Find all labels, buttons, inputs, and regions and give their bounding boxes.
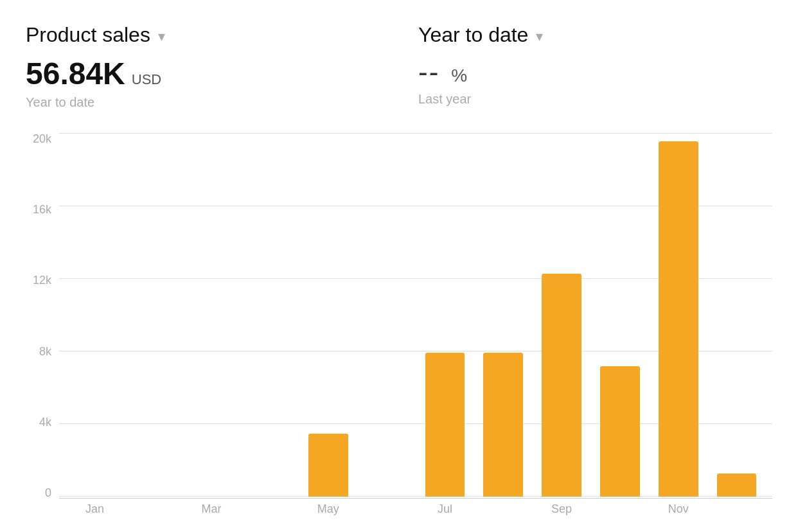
x-axis-label: Jul	[438, 502, 452, 516]
y-axis-label: 12k	[26, 274, 51, 286]
metric-value-row: 56.84K USD	[26, 56, 380, 91]
x-label-slot: May	[299, 502, 357, 516]
bar-slot	[124, 133, 182, 497]
metric-unit: USD	[132, 71, 161, 88]
bar-slot	[474, 133, 533, 497]
period-label: Year to date	[418, 23, 528, 47]
x-label-slot: Jul	[416, 502, 474, 516]
comparison-value-row: -- %	[418, 56, 772, 88]
x-axis-label: Mar	[202, 502, 222, 516]
comparison-value: --	[418, 56, 439, 88]
bar[interactable]	[717, 474, 757, 497]
bar[interactable]	[425, 353, 465, 497]
x-label-slot: Sep	[533, 502, 591, 516]
x-axis-label: May	[317, 502, 339, 516]
chart-inner: JanMarMayJulSepNov	[59, 133, 772, 519]
bar[interactable]	[542, 274, 581, 497]
header-row: Product sales ▾ 56.84K USD Year to date …	[26, 23, 772, 110]
bar[interactable]	[659, 141, 698, 497]
bar-slot	[533, 133, 591, 497]
bar-slot	[649, 133, 707, 497]
product-sales-title: Product sales	[26, 23, 150, 47]
bar-slot	[707, 133, 766, 497]
y-axis-label: 20k	[26, 133, 51, 145]
bars-and-grid	[59, 133, 772, 497]
chart-area: 20k16k12k8k4k0 JanMarMayJulSepNov	[26, 133, 772, 519]
comparison-unit: %	[451, 66, 467, 86]
y-axis-label: 0	[26, 487, 51, 499]
product-sales-chevron[interactable]: ▾	[158, 28, 165, 45]
bar-slot	[357, 133, 416, 497]
x-label-slot: Jan	[66, 502, 124, 516]
bars-container	[59, 133, 772, 497]
metric-value: 56.84K	[26, 56, 125, 91]
bar-slot	[299, 133, 357, 497]
y-axis-label: 16k	[26, 204, 51, 215]
comparison-sublabel: Last year	[418, 92, 772, 107]
x-label-slot: Mar	[182, 502, 241, 516]
product-sales-title-row: Product sales ▾	[26, 23, 380, 47]
x-axis: JanMarMayJulSepNov	[59, 499, 772, 519]
x-axis-label: Sep	[551, 502, 572, 516]
period-title-row: Year to date ▾	[418, 23, 772, 47]
y-axis-label: 8k	[26, 346, 51, 357]
header-right: Year to date ▾ -- % Last year	[380, 23, 772, 107]
x-label-slot: Nov	[649, 502, 707, 516]
bar-slot	[416, 133, 474, 497]
metric-sublabel: Year to date	[26, 95, 380, 110]
bar[interactable]	[483, 353, 523, 497]
x-axis-label: Jan	[85, 502, 104, 516]
y-axis-label: 4k	[26, 416, 51, 428]
header-left: Product sales ▾ 56.84K USD Year to date	[26, 23, 380, 110]
period-chevron[interactable]: ▾	[536, 28, 543, 45]
dashboard-container: Product sales ▾ 56.84K USD Year to date …	[0, 0, 798, 532]
y-axis: 20k16k12k8k4k0	[26, 133, 59, 519]
bar-slot	[182, 133, 241, 497]
bar[interactable]	[600, 366, 640, 497]
x-axis-label: Nov	[668, 502, 689, 516]
bar[interactable]	[308, 434, 348, 497]
bar-slot	[66, 133, 124, 497]
bar-slot	[240, 133, 299, 497]
bar-slot	[590, 133, 649, 497]
